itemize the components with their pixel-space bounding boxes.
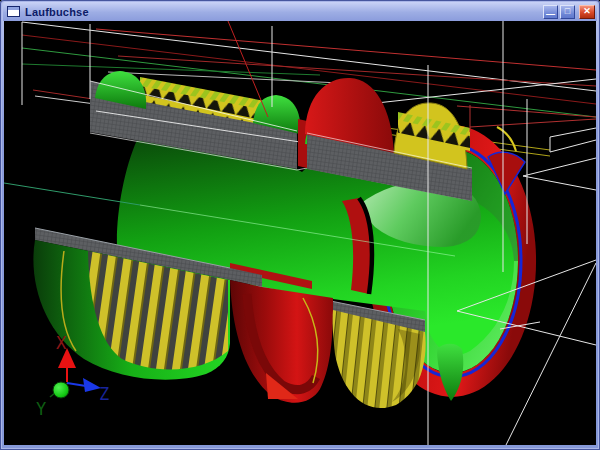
app-window: Laufbuchse — □ ✕ [0,0,600,450]
close-button[interactable]: ✕ [579,5,595,19]
cad-scene: X Y Z [4,21,596,445]
maximize-button[interactable]: □ [560,5,575,19]
window-title: Laufbuchse [25,6,89,18]
y-axis-label: Y [36,399,46,419]
minimize-button[interactable]: — [543,5,558,19]
window-controls: — □ ✕ [543,5,597,19]
cad-viewport[interactable]: X Y Z [4,21,596,445]
title-bar[interactable]: Laufbuchse — □ ✕ [3,2,597,21]
window-icon[interactable] [7,6,20,17]
x-axis-label: X [56,333,67,353]
z-axis-label: Z [99,384,109,404]
origin-sphere-icon [53,382,69,398]
